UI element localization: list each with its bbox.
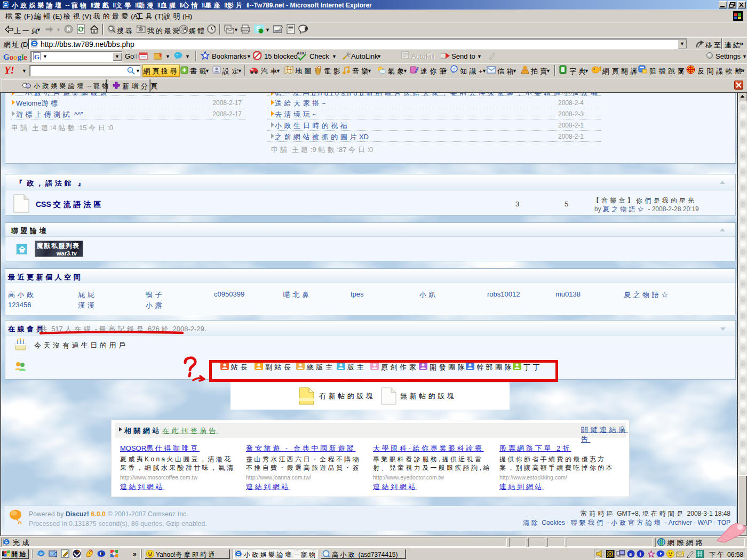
- svg-text:”: ”: [176, 53, 179, 58]
- svg-text:?: ?: [453, 67, 456, 71]
- svg-text:a: a: [629, 551, 632, 557]
- svg-text:i: i: [640, 551, 641, 557]
